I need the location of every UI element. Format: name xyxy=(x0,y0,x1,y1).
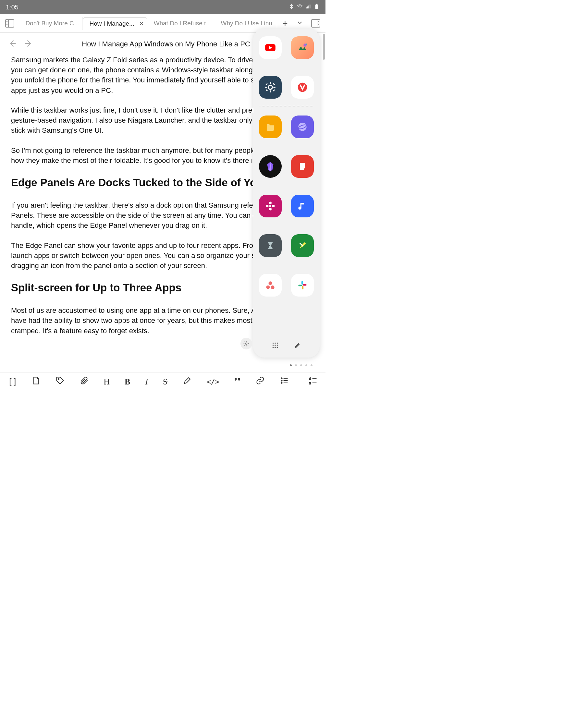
tabs-dropdown[interactable] xyxy=(293,19,307,28)
favorite-apps xyxy=(258,116,314,297)
svg-rect-17 xyxy=(270,90,271,92)
app-settings[interactable] xyxy=(259,76,282,99)
app-youtube[interactable] xyxy=(259,36,282,59)
app-digital-wellbeing[interactable] xyxy=(259,234,282,257)
svg-point-31 xyxy=(266,205,268,207)
left-panel-toggle[interactable] xyxy=(1,19,19,28)
svg-rect-0 xyxy=(315,5,318,9)
clock: 1:05 xyxy=(6,4,18,11)
app-vivaldi[interactable] xyxy=(291,76,314,99)
back-button[interactable] xyxy=(8,39,17,49)
new-tab-button[interactable]: + xyxy=(277,18,293,29)
app-asana[interactable] xyxy=(259,274,282,297)
svg-rect-22 xyxy=(266,89,268,91)
panel-page-indicator[interactable] xyxy=(290,364,313,366)
tab-label: Why Do I Use Linu xyxy=(221,20,272,27)
svg-point-28 xyxy=(269,202,272,204)
svg-point-48 xyxy=(275,347,276,348)
svg-point-54 xyxy=(281,382,282,384)
svg-point-52 xyxy=(281,378,282,379)
strikethrough-button[interactable]: S xyxy=(163,377,167,387)
svg-point-29 xyxy=(272,205,275,207)
link-button[interactable] xyxy=(256,376,265,387)
svg-point-15 xyxy=(268,85,272,89)
svg-rect-38 xyxy=(299,284,302,286)
editor-toolbar: [] H B I S </> ❜❜ 12 xyxy=(0,372,325,391)
svg-rect-39 xyxy=(302,286,304,289)
svg-point-30 xyxy=(269,208,272,210)
attach-button[interactable] xyxy=(79,376,89,387)
dot xyxy=(305,364,307,366)
list-button[interactable] xyxy=(280,376,289,387)
svg-rect-37 xyxy=(302,281,303,284)
svg-point-32 xyxy=(269,205,271,207)
forward-button[interactable] xyxy=(24,39,33,49)
dot xyxy=(295,364,297,366)
heading-button[interactable]: H xyxy=(104,377,110,387)
italic-button[interactable]: I xyxy=(145,377,148,387)
app-game[interactable] xyxy=(291,36,314,59)
app-notes[interactable] xyxy=(291,155,314,178)
battery-icon xyxy=(314,4,320,11)
code-button[interactable]: </> xyxy=(207,378,220,386)
scrollbar[interactable] xyxy=(323,34,325,60)
bluetooth-icon xyxy=(288,4,294,11)
svg-rect-40 xyxy=(303,284,307,286)
tab-label: Don't Buy More C... xyxy=(25,20,79,27)
signal-icon xyxy=(305,4,311,11)
bold-button[interactable]: B xyxy=(125,377,130,387)
tag-button[interactable] xyxy=(55,376,65,387)
svg-point-35 xyxy=(266,285,270,289)
app-obsidian[interactable] xyxy=(259,155,282,178)
panel-settings-button[interactable] xyxy=(240,338,252,349)
svg-text:1: 1 xyxy=(309,377,311,380)
recent-apps xyxy=(258,36,314,99)
svg-rect-20 xyxy=(266,83,268,85)
svg-point-45 xyxy=(275,345,276,346)
right-panel-toggle[interactable] xyxy=(307,19,325,28)
svg-point-36 xyxy=(271,285,274,289)
svg-point-47 xyxy=(273,347,274,348)
tab-3[interactable]: Why Do I Use Linu xyxy=(214,17,275,30)
dot xyxy=(311,364,313,366)
svg-point-51 xyxy=(58,379,60,380)
svg-point-42 xyxy=(275,343,276,344)
wifi-icon xyxy=(297,4,303,11)
edge-panel[interactable] xyxy=(253,29,320,358)
tab-2[interactable]: What Do I Refuse t... xyxy=(147,17,214,30)
app-files[interactable] xyxy=(259,116,282,138)
svg-rect-18 xyxy=(265,87,267,88)
highlight-button[interactable] xyxy=(183,376,192,387)
svg-rect-1 xyxy=(316,4,318,4)
svg-rect-21 xyxy=(273,83,275,85)
app-internet[interactable] xyxy=(291,116,314,138)
panel-footer xyxy=(258,338,314,353)
edit-panel-button[interactable] xyxy=(292,339,303,351)
app-music[interactable] xyxy=(291,195,314,218)
tab-1[interactable]: How I Manage... ✕ xyxy=(83,17,147,30)
svg-point-43 xyxy=(277,343,278,344)
svg-point-53 xyxy=(281,380,282,381)
app-slack[interactable] xyxy=(291,274,314,297)
svg-point-46 xyxy=(277,345,278,346)
close-tab-icon[interactable]: ✕ xyxy=(139,20,144,27)
dot xyxy=(290,364,292,366)
panel-divider xyxy=(260,106,313,107)
new-file-button[interactable] xyxy=(32,376,41,387)
svg-point-44 xyxy=(273,345,274,346)
app-editor[interactable] xyxy=(291,234,314,257)
svg-rect-19 xyxy=(273,87,275,88)
svg-text:2: 2 xyxy=(309,382,311,385)
svg-rect-23 xyxy=(273,89,275,91)
svg-point-14 xyxy=(306,43,307,45)
tab-0[interactable]: Don't Buy More C... xyxy=(19,17,82,30)
all-apps-button[interactable] xyxy=(269,339,281,351)
app-gallery[interactable] xyxy=(259,195,282,218)
svg-point-50 xyxy=(246,343,247,345)
quote-button[interactable]: ❜❜ xyxy=(234,376,241,387)
brackets-button[interactable]: [] xyxy=(8,377,16,387)
numbered-list-button[interactable]: 12 xyxy=(309,376,318,387)
dot xyxy=(300,364,302,366)
svg-point-49 xyxy=(277,347,278,348)
tab-label: What Do I Refuse t... xyxy=(154,20,211,27)
